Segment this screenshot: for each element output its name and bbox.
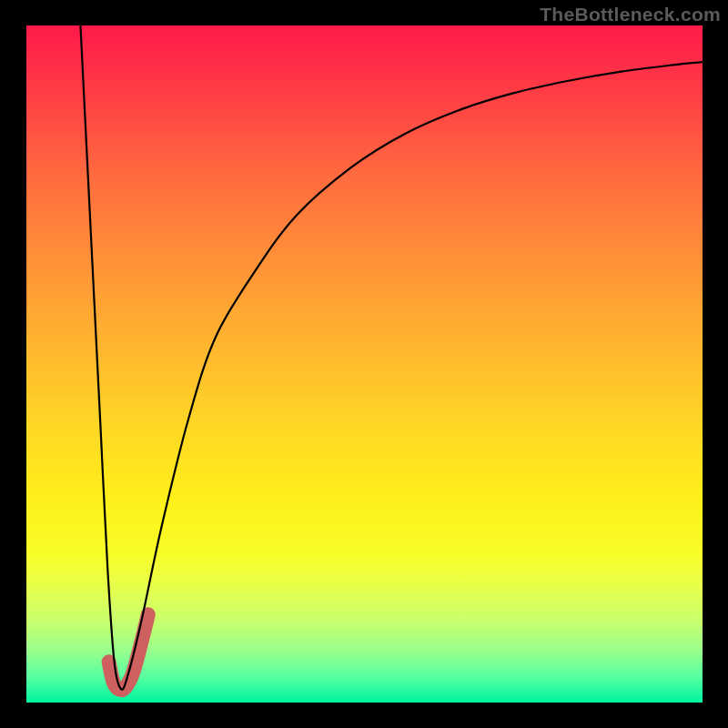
watermark-text: TheBottleneck.com — [540, 4, 721, 25]
chart-svg — [26, 25, 703, 703]
red-marker — [109, 614, 148, 690]
chart-frame: TheBottleneck.com — [0, 0, 728, 728]
plot-area — [26, 25, 703, 703]
bottleneck-curve — [80, 25, 703, 690]
